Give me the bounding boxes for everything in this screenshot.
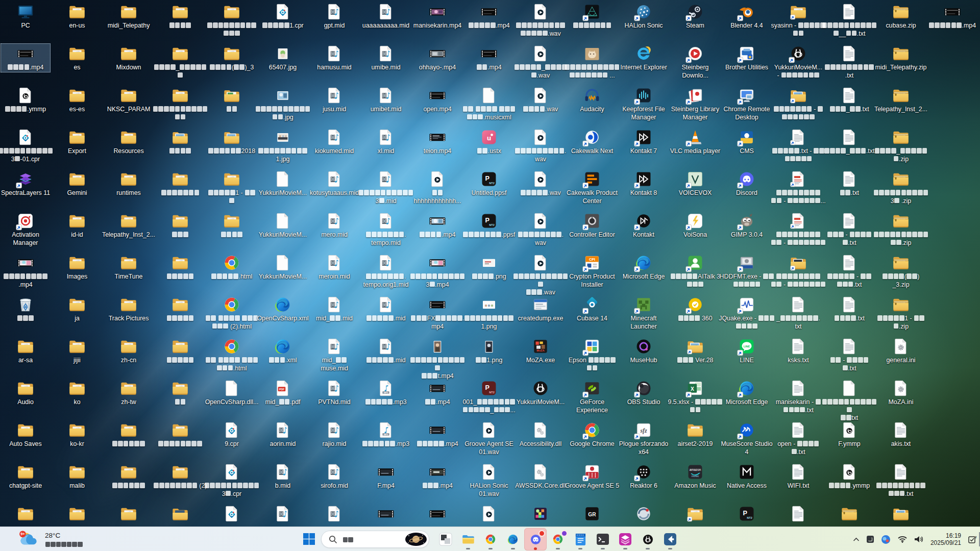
svg-text:2: 2 — [975, 536, 977, 539]
svg-text:9+: 9+ — [20, 532, 24, 536]
